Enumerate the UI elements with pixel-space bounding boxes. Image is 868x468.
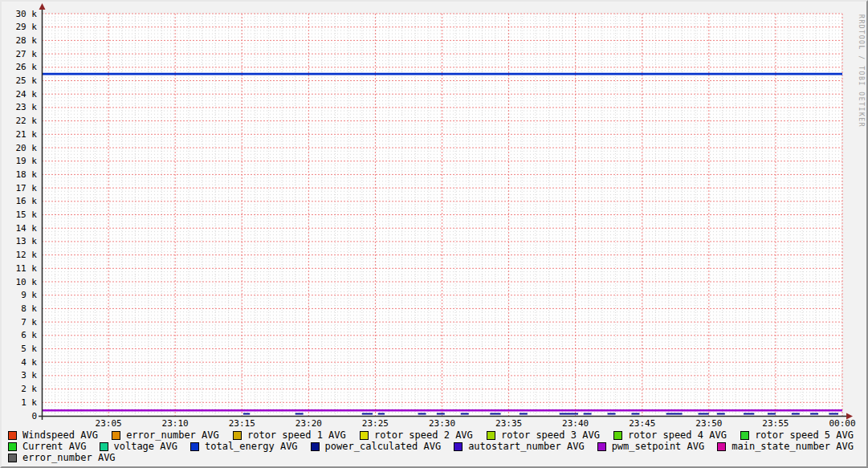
y-axis-tick-label: 11 k (16, 263, 38, 274)
legend-item: rotor speed 4 AVG (613, 429, 727, 441)
y-axis-tick-label: 28 k (16, 35, 38, 46)
legend-color-swatch (190, 442, 199, 451)
legend-item: pwm_setpoint AVG (597, 441, 705, 452)
legend-color-swatch (311, 442, 320, 451)
x-axis-tick-label: 23:30 (429, 418, 455, 429)
legend-color-swatch (487, 431, 495, 440)
y-axis-tick-label: 24 k (16, 89, 38, 100)
y-axis-arrow-icon (39, 3, 46, 10)
legend-color-swatch (233, 431, 242, 440)
legend-item: power_calculated AVG (311, 441, 442, 452)
legend-label: autostart_number AVG (468, 441, 585, 452)
legend-item: Windspeed AVG (8, 429, 98, 441)
y-axis-tick-label: 19 k (16, 156, 38, 166)
legend-label: main_state_number AVG (731, 441, 854, 452)
x-axis-tick-label: 23:55 (762, 418, 789, 429)
y-axis-tick-label: 1 k (21, 397, 37, 408)
x-axis-tick-label: 23:20 (295, 418, 322, 429)
legend-label: rotor speed 2 AVG (374, 429, 473, 441)
x-axis-tick-label: 23:10 (162, 418, 189, 429)
y-axis-tick-label: 6 k (21, 330, 37, 340)
legend-color-swatch (8, 431, 17, 440)
legend-item: rotor speed 5 AVG (740, 429, 854, 441)
legend-item: rotor speed 1 AVG (233, 429, 346, 441)
legend-item: rotor speed 2 AVG (360, 429, 473, 441)
y-axis-tick-label: 18 k (16, 169, 38, 180)
legend-item: total_energy AVG (190, 441, 298, 452)
legend-color-swatch (717, 442, 726, 451)
legend-label: total_energy AVG (205, 441, 298, 452)
x-axis-tick-label: 23:15 (229, 418, 255, 429)
x-axis-tick-label: 23:45 (629, 418, 655, 429)
y-axis-tick-label: 3 k (21, 370, 37, 381)
y-axis-tick-label: 0 (31, 411, 37, 421)
x-axis-tick-label: 23:25 (362, 418, 389, 429)
legend-color-swatch (112, 431, 120, 440)
y-axis-tick-label: 7 k (21, 317, 37, 328)
x-axis-tick-label: 23:50 (695, 418, 722, 429)
y-axis-tick-label: 13 k (16, 236, 38, 246)
y-axis-tick-label: 20 k (16, 143, 38, 153)
legend-color-swatch (8, 442, 17, 451)
y-axis-tick-label: 5 k (21, 344, 37, 354)
legend-row: Current AVGvoltage AVGtotal_energy AVGpo… (8, 441, 854, 452)
legend-row: Windspeed AVGerror_number AVGrotor speed… (8, 429, 854, 441)
legend-label: Windspeed AVG (22, 429, 98, 441)
legend-label: voltage AVG (114, 441, 177, 452)
y-axis-tick-label: 4 k (21, 357, 37, 368)
y-axis-tick-label: 29 k (16, 22, 38, 32)
legend-color-swatch (8, 454, 17, 462)
x-axis-tick-label: 23:05 (96, 418, 122, 429)
y-axis-tick-label: 9 k (21, 290, 37, 300)
legend-item: error_number AVG (8, 452, 116, 463)
legend-row: error_number AVG (8, 452, 854, 463)
y-axis-tick-label: 21 k (16, 129, 38, 140)
legend-color-swatch (100, 442, 108, 451)
y-axis-tick-label: 10 k (16, 277, 38, 287)
x-axis-tick-label: 23:35 (495, 418, 522, 429)
legend-label: rotor speed 4 AVG (628, 429, 727, 441)
y-axis-tick-label: 27 k (16, 49, 38, 59)
legend-label: rotor speed 5 AVG (755, 429, 854, 441)
legend-item: error_number AVG (112, 429, 219, 441)
legend-color-swatch (740, 431, 749, 440)
rrdtool-watermark: RRDTOOL / TOBI OETIKER (858, 14, 865, 128)
legend-item: voltage AVG (100, 441, 177, 452)
y-axis-tick-label: 8 k (21, 303, 37, 314)
y-axis-tick-label: 25 k (16, 75, 38, 86)
y-axis-tick-label: 23 k (16, 102, 38, 112)
legend-color-swatch (360, 431, 369, 440)
y-axis-tick-label: 30 k (16, 9, 38, 19)
legend-color-swatch (597, 442, 606, 451)
legend-label: error_number AVG (22, 452, 116, 463)
legend-label: error_number AVG (126, 429, 219, 441)
x-axis-tick-label: 00:00 (829, 418, 855, 429)
y-axis-tick-label: 26 k (16, 62, 38, 72)
y-axis-tick-label: 17 k (16, 183, 38, 193)
legend-label: rotor speed 3 AVG (501, 429, 600, 441)
legend-item: main_state_number AVG (717, 441, 854, 452)
y-axis-tick-label: 16 k (16, 196, 38, 206)
rrdtool-graph-image: 01 k2 k3 k4 k5 k6 k7 k8 k9 k10 k11 k12 k… (0, 0, 868, 468)
legend-label: pwm_setpoint AVG (612, 441, 705, 452)
legend-label: power_calculated AVG (325, 441, 442, 452)
chart-plot: 01 k2 k3 k4 k5 k6 k7 k8 k9 k10 k11 k12 k… (2, 2, 868, 429)
y-axis-tick-label: 12 k (16, 250, 38, 260)
legend-item: rotor speed 3 AVG (487, 429, 600, 441)
chart-legend: Windspeed AVGerror_number AVGrotor speed… (8, 429, 854, 463)
y-axis-tick-label: 15 k (16, 210, 38, 220)
legend-color-swatch (454, 442, 463, 451)
y-axis-tick-label: 22 k (16, 116, 38, 126)
legend-item: autostart_number AVG (454, 441, 585, 452)
legend-label: Current AVG (22, 441, 86, 452)
y-axis-tick-label: 2 k (21, 384, 37, 394)
legend-item: Current AVG (8, 441, 86, 452)
legend-label: rotor speed 1 AVG (247, 429, 346, 441)
legend-color-swatch (613, 431, 622, 440)
y-axis-tick-label: 14 k (16, 223, 38, 234)
x-axis-tick-label: 23:40 (562, 418, 589, 429)
